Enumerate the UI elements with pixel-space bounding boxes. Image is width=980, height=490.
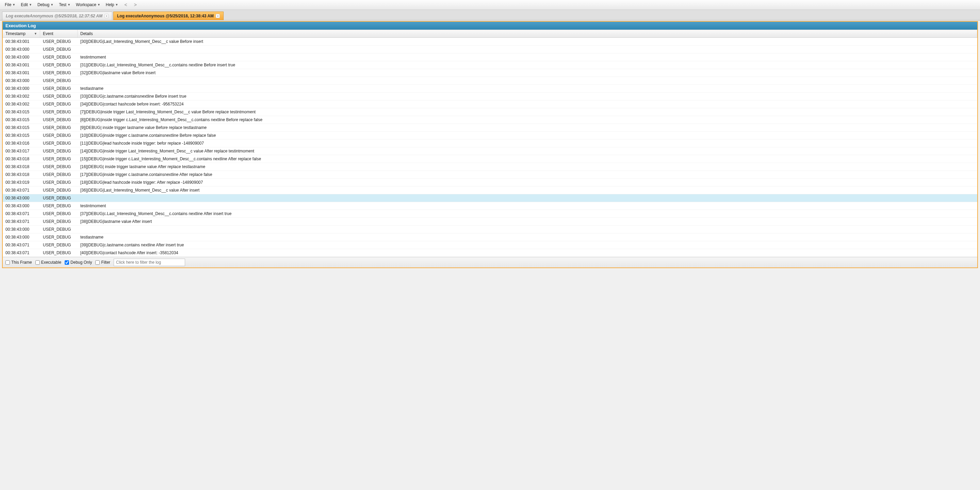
table-row[interactable]: 00:38:43:001USER_DEBUG[30]|DEBUG|Last_In… <box>3 38 977 46</box>
filter-text-input[interactable] <box>114 259 185 266</box>
table-row[interactable]: 00:38:43:001USER_DEBUG[31]|DEBUG|c.Last_… <box>3 61 977 69</box>
table-row[interactable]: 00:38:43:019USER_DEBUG[18]|DEBUG|lead ha… <box>3 179 977 186</box>
table-row[interactable]: 00:38:43:001USER_DEBUG[32]|DEBUG|lastnam… <box>3 69 977 77</box>
executable-checkbox[interactable]: Executable <box>35 260 61 265</box>
grid-body[interactable]: 00:38:43:001USER_DEBUG[30]|DEBUG|Last_In… <box>3 38 977 257</box>
table-row[interactable]: 00:38:43:015USER_DEBUG[8]|DEBUG|inside t… <box>3 116 977 124</box>
table-row[interactable]: 00:38:43:018USER_DEBUG[16]|DEBUG| inside… <box>3 163 977 171</box>
cell-details: [17]|DEBUG|inside trigger c.lastname.con… <box>78 171 977 178</box>
cell-timestamp: 00:38:43:000 <box>3 53 40 61</box>
cell-event: USER_DEBUG <box>40 202 78 210</box>
cell-event: USER_DEBUG <box>40 38 78 45</box>
cell-timestamp: 00:38:43:000 <box>3 46 40 53</box>
cell-timestamp: 00:38:43:015 <box>3 132 40 139</box>
table-row[interactable]: 00:38:43:000USER_DEBUGtestlastname <box>3 234 977 241</box>
cell-details: testintmoment <box>78 53 977 61</box>
caret-icon: ▼ <box>50 3 53 6</box>
menu-workspace[interactable]: Workspace▼ <box>74 2 102 8</box>
log-footer: This Frame Executable Debug Only Filter <box>3 257 977 267</box>
column-header-event[interactable]: Event <box>40 30 78 37</box>
debug-only-input[interactable] <box>65 260 69 265</box>
table-row[interactable]: 00:38:43:017USER_DEBUG[14]|DEBUG|inside … <box>3 147 977 155</box>
tab-log-1[interactable]: Log executeAnonymous @5/25/2018, 12:37:5… <box>2 11 112 20</box>
filter-label: Filter <box>101 260 110 265</box>
cell-timestamp: 00:38:43:001 <box>3 38 40 45</box>
table-row[interactable]: 00:38:43:000USER_DEBUG <box>3 46 977 53</box>
cell-details: [7]|DEBUG|inside trigger Last_Interestin… <box>78 108 977 116</box>
table-row[interactable]: 00:38:43:015USER_DEBUG[9]|DEBUG| inside … <box>3 124 977 132</box>
caret-icon: ▼ <box>67 3 70 6</box>
table-row[interactable]: 00:38:43:000USER_DEBUG <box>3 194 977 202</box>
table-row[interactable]: 00:38:43:000USER_DEBUG <box>3 77 977 85</box>
table-row[interactable]: 00:38:43:071USER_DEBUG[37]|DEBUG|c.Last_… <box>3 210 977 218</box>
table-row[interactable]: 00:38:43:018USER_DEBUG[17]|DEBUG|inside … <box>3 171 977 179</box>
column-header-details[interactable]: Details <box>78 30 977 37</box>
cell-timestamp: 00:38:43:071 <box>3 218 40 225</box>
filter-checkbox[interactable]: Filter <box>95 260 110 265</box>
nav-back-button[interactable]: < <box>121 2 130 8</box>
close-icon[interactable]: × <box>216 14 220 18</box>
column-header-timestamp[interactable]: Timestamp ▼ <box>3 30 40 37</box>
table-row[interactable]: 00:38:43:071USER_DEBUG[38]|DEBUG|lastnam… <box>3 218 977 226</box>
menu-test[interactable]: Test▼ <box>57 2 73 8</box>
cell-event: USER_DEBUG <box>40 186 78 194</box>
menu-debug[interactable]: Debug▼ <box>35 2 56 8</box>
menu-help[interactable]: Help▼ <box>104 2 121 8</box>
cell-timestamp: 00:38:43:071 <box>3 241 40 249</box>
panel-title: Execution Log <box>3 22 977 30</box>
table-row[interactable]: 00:38:43:002USER_DEBUG[34]|DEBUG|contact… <box>3 100 977 108</box>
menubar: File▼ Edit▼ Debug▼ Test▼ Workspace▼ Help… <box>0 0 980 10</box>
cell-event: USER_DEBUG <box>40 140 78 147</box>
cell-timestamp: 00:38:43:018 <box>3 155 40 163</box>
cell-details: [8]|DEBUG|inside trigger c.Last_Interest… <box>78 116 977 124</box>
menu-edit[interactable]: Edit▼ <box>19 2 34 8</box>
col-label: Details <box>80 31 93 36</box>
table-row[interactable]: 00:38:43:002USER_DEBUG[33]|DEBUG|c.lastn… <box>3 92 977 100</box>
cell-details: [34]|DEBUG|contact hashcode before inser… <box>78 100 977 108</box>
cell-event: USER_DEBUG <box>40 249 78 256</box>
cell-details <box>78 48 977 51</box>
table-row[interactable]: 00:38:43:000USER_DEBUGtestintmoment <box>3 202 977 210</box>
this-frame-input[interactable] <box>5 260 10 265</box>
cell-details: [33]|DEBUG|c.lastname.containsnextline B… <box>78 92 977 100</box>
executable-label: Executable <box>41 260 61 265</box>
filter-input[interactable] <box>95 260 100 265</box>
table-row[interactable]: 00:38:43:015USER_DEBUG[7]|DEBUG|inside t… <box>3 108 977 116</box>
cell-event: USER_DEBUG <box>40 61 78 69</box>
execution-log-panel: Execution Log Timestamp ▼ Event Details … <box>2 21 978 268</box>
cell-details: testintmoment <box>78 202 977 210</box>
table-row[interactable]: 00:38:43:000USER_DEBUGtestlastname <box>3 85 977 92</box>
sort-caret-icon[interactable]: ▼ <box>34 32 37 35</box>
cell-details: [30]|DEBUG|Last_Interesting_Moment_Desc_… <box>78 38 977 45</box>
table-row[interactable]: 00:38:43:071USER_DEBUG[39]|DEBUG|c.lastn… <box>3 241 977 249</box>
executable-input[interactable] <box>35 260 40 265</box>
cell-event: USER_DEBUG <box>40 210 78 218</box>
cell-details <box>78 79 977 82</box>
debug-only-checkbox[interactable]: Debug Only <box>65 260 92 265</box>
table-row[interactable]: 00:38:43:071USER_DEBUG[36]|DEBUG|Last_In… <box>3 186 977 194</box>
cell-timestamp: 00:38:43:015 <box>3 124 40 131</box>
cell-details: [11]|DEBUG|lead hashcode inside trigger:… <box>78 140 977 147</box>
this-frame-checkbox[interactable]: This Frame <box>5 260 32 265</box>
close-icon[interactable]: × <box>105 14 108 18</box>
tab-label: Log executeAnonymous @5/25/2018, 12:38:4… <box>117 14 214 18</box>
cell-timestamp: 00:38:43:000 <box>3 194 40 202</box>
table-row[interactable]: 00:38:43:016USER_DEBUG[11]|DEBUG|lead ha… <box>3 140 977 147</box>
cell-timestamp: 00:38:43:000 <box>3 234 40 241</box>
cell-timestamp: 00:38:43:002 <box>3 100 40 108</box>
cell-event: USER_DEBUG <box>40 179 78 186</box>
nav-forward-button[interactable]: > <box>131 2 140 8</box>
table-row[interactable]: 00:38:43:018USER_DEBUG[15]|DEBUG|inside … <box>3 155 977 163</box>
cell-event: USER_DEBUG <box>40 234 78 241</box>
table-row[interactable]: 00:38:43:071USER_DEBUG[40]|DEBUG|contact… <box>3 249 977 257</box>
cell-event: USER_DEBUG <box>40 218 78 225</box>
cell-details: [32]|DEBUG|lastname value Before insert <box>78 69 977 76</box>
table-row[interactable]: 00:38:43:000USER_DEBUG <box>3 226 977 234</box>
grid-header-row: Timestamp ▼ Event Details <box>3 30 977 38</box>
tab-log-2[interactable]: Log executeAnonymous @5/25/2018, 12:38:4… <box>113 11 224 20</box>
menu-file[interactable]: File▼ <box>3 2 18 8</box>
table-row[interactable]: 00:38:43:000USER_DEBUGtestintmoment <box>3 53 977 61</box>
cell-details: testlastname <box>78 85 977 92</box>
cell-details: [15]|DEBUG|inside trigger c.Last_Interes… <box>78 155 977 163</box>
table-row[interactable]: 00:38:43:015USER_DEBUG[10]|DEBUG|inside … <box>3 132 977 140</box>
